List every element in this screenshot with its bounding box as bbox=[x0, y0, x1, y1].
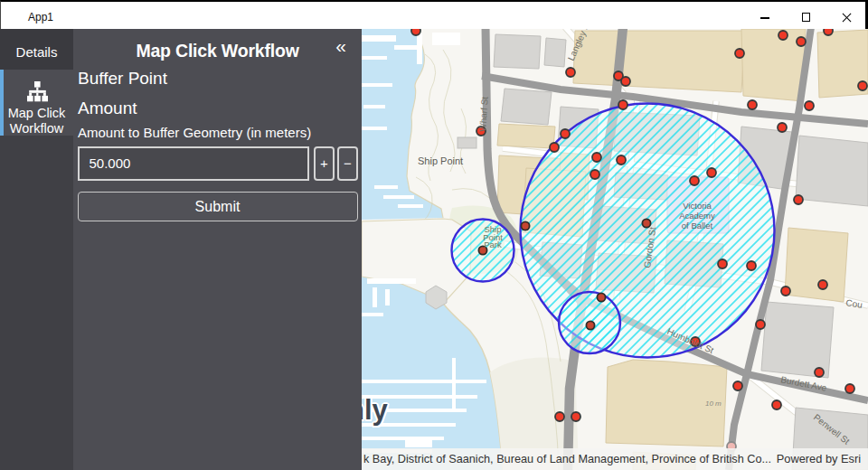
svg-text:Ship Point: Ship Point bbox=[418, 155, 463, 166]
svg-text:Park: Park bbox=[484, 240, 502, 249]
svg-text:Academy: Academy bbox=[679, 211, 715, 221]
svg-text:of Ballet: of Ballet bbox=[682, 221, 713, 230]
svg-text:Victoria: Victoria bbox=[683, 201, 712, 211]
svg-text:10 m: 10 m bbox=[705, 400, 722, 408]
